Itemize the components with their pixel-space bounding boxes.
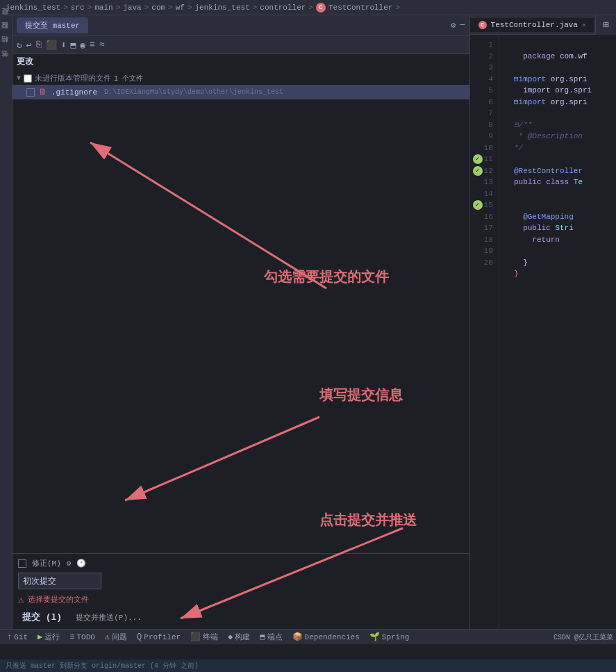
ln9: 9: [473, 131, 493, 142]
undo-icon[interactable]: ↩: [26, 40, 32, 51]
editor-tab-name: TestController.java: [491, 21, 578, 29]
bc-wf[interactable]: wf: [176, 3, 185, 12]
history-icon[interactable]: ◉: [80, 40, 85, 51]
line-numbers: 1 2 3 4 5 6 7 8 9 10 ✓ 11 ✓ 12 13 14 ✓ 1…: [470, 35, 499, 629]
file-path: D:\IDEXiangMu\stydy\demo\other\jenkins_t…: [104, 88, 283, 96]
ln2: 2: [473, 51, 493, 63]
build-label: 构建: [235, 632, 250, 642]
changes-label-row: 更改: [13, 54, 469, 69]
profiler-icon: Q: [137, 632, 142, 642]
endpoints-label: 端点: [267, 632, 283, 642]
spring-icon: 🌱: [369, 632, 380, 642]
endpoints-status-item[interactable]: ⬒ 端点: [256, 630, 286, 644]
spacer: [13, 314, 469, 554]
bc-main[interactable]: main: [94, 3, 113, 12]
todo-label: TODO: [76, 633, 94, 641]
file-name: .gitignore: [51, 88, 97, 97]
modify-row: 修正(M) ⚙ 🕐: [18, 558, 464, 568]
git-status-item[interactable]: ↑ Git: [3, 630, 32, 644]
split-icon: ⊞: [603, 19, 608, 31]
class-tab-icon: C: [478, 21, 487, 29]
changes-area[interactable]: ▼ 未进行版本管理的文件 1 个文件 🗎 .gitignore D:\IDEXi…: [13, 69, 469, 314]
csdn-credit: CSDN @亿只王菜菜: [553, 632, 613, 642]
editor-tab-testcontroller[interactable]: C TestController.java ✕: [470, 18, 595, 32]
file-count: 1 个文件: [114, 74, 143, 83]
file-item-gitignore[interactable]: 🗎 .gitignore D:\IDEXiangMu\stydy\demo\ot…: [13, 85, 469, 99]
ln13: 13: [473, 177, 493, 188]
commit-message-input[interactable]: [18, 573, 101, 589]
error-row: ⚠ 选择要提交的文件: [18, 593, 464, 605]
bc-src[interactable]: src: [71, 3, 85, 12]
close-tab-icon[interactable]: ✕: [582, 21, 586, 29]
more-icon[interactable]: ≈: [99, 40, 105, 50]
push-status-text: 只推送 master 到新分支 origin/master (4 分钟 之前): [6, 661, 199, 671]
editor-tab-bar: C TestController.java ✕ ⊞: [470, 15, 616, 35]
toolbar: ↻ ↩ ⎘ ⬛ ⬇ ⬒ ◉ ≡ ≈: [13, 36, 469, 54]
ln8: 8: [473, 120, 493, 131]
error-icon: ⚠: [18, 593, 24, 605]
terminal-status-item[interactable]: ⬛ 终端: [186, 630, 222, 644]
build-status-item[interactable]: ◆ 构建: [224, 630, 254, 644]
dependencies-icon: 📦: [292, 632, 303, 642]
ln1: 1: [473, 39, 493, 51]
bc-class[interactable]: TestController: [328, 3, 392, 12]
bc-java[interactable]: java: [123, 3, 141, 12]
ln16: 16: [473, 211, 493, 223]
git-label: Git: [14, 633, 28, 641]
todo-icon: ≡: [69, 632, 74, 642]
ln18: 18: [473, 234, 493, 246]
profiler-status-item[interactable]: Q Profiler: [133, 630, 185, 644]
problems-status-item[interactable]: ⚠ 问题: [101, 630, 131, 644]
modify-checkbox[interactable]: [18, 559, 26, 568]
menu-icon[interactable]: ≡: [90, 40, 95, 50]
modify-label: 修正(M): [32, 558, 61, 568]
commit-tab[interactable]: 提交至 master: [17, 17, 88, 33]
bottom-status-bar: 只推送 master 到新分支 origin/master (4 分钟 之前): [0, 659, 616, 672]
code-content[interactable]: package com.wf ⊟import org.spri import o…: [499, 35, 616, 629]
build-icon: ◆: [228, 632, 233, 642]
git-panel: 提交至 master ⚙ ─ ↻ ↩ ⎘ ⬛ ⬇ ⬒ ◉ ≡ ≈ 更改 ▼: [13, 15, 470, 629]
todo-status-item[interactable]: ≡ TODO: [65, 630, 99, 644]
marker-12: ✓: [473, 166, 483, 176]
bc-com[interactable]: com: [151, 3, 165, 12]
dependencies-status-item[interactable]: 📦 Dependencies: [288, 630, 364, 644]
cherry-pick-icon[interactable]: ⎘: [36, 40, 42, 50]
commit-button[interactable]: 提交 (l): [18, 609, 66, 625]
unversioned-section: ▼ 未进行版本管理的文件 1 个文件: [13, 72, 469, 85]
split-editor-icon[interactable]: ⊞: [595, 15, 616, 35]
diff-icon[interactable]: ⬒: [70, 40, 76, 51]
ln15: ✓ 15: [473, 199, 493, 211]
run-icon: ▶: [38, 632, 42, 642]
ln5: 5: [473, 85, 493, 97]
bc-jenkins[interactable]: jenkins_test: [195, 3, 250, 12]
ln19: 19: [473, 245, 493, 257]
ln3: 3: [473, 62, 493, 74]
ln7: 7: [473, 108, 493, 120]
refresh-icon[interactable]: ↻: [17, 40, 22, 51]
ln14: 14: [473, 188, 493, 200]
profiler-label: Profiler: [144, 633, 181, 641]
ln12: ✓ 12: [473, 165, 493, 177]
stash-icon[interactable]: ⬛: [46, 40, 57, 51]
bc-controller[interactable]: controller: [260, 3, 306, 12]
terminal-icon: ⬛: [190, 632, 201, 642]
breadcrumb-project[interactable]: jenkins_test: [6, 3, 60, 12]
pull-icon[interactable]: ⬇: [61, 40, 67, 51]
changes-label: 更改: [17, 56, 33, 67]
spring-status-item[interactable]: 🌱 Spring: [365, 630, 414, 644]
gear-icon[interactable]: ⚙: [67, 559, 72, 568]
clock-icon[interactable]: 🕐: [76, 559, 86, 568]
ln20: 20: [473, 257, 493, 269]
class-icon: C: [316, 3, 326, 13]
commit-push-button[interactable]: 提交并推送(P)...: [72, 611, 146, 624]
problems-icon: ⚠: [105, 632, 110, 642]
marker-15: ✓: [473, 200, 483, 210]
settings-icon[interactable]: ⚙: [451, 20, 456, 31]
file-checkbox[interactable]: [26, 88, 35, 97]
chevron-icon[interactable]: ▼: [17, 74, 21, 82]
run-status-item[interactable]: ▶ 运行: [33, 630, 64, 644]
unversioned-label: 未进行版本管理的文件: [35, 73, 111, 83]
commit-area: 修正(M) ⚙ 🕐 ⚠ 选择要提交的文件 提交 (l) 提交并推送(P)...: [13, 553, 469, 629]
unversioned-checkbox[interactable]: [24, 74, 32, 83]
minimize-icon[interactable]: ─: [460, 20, 465, 31]
